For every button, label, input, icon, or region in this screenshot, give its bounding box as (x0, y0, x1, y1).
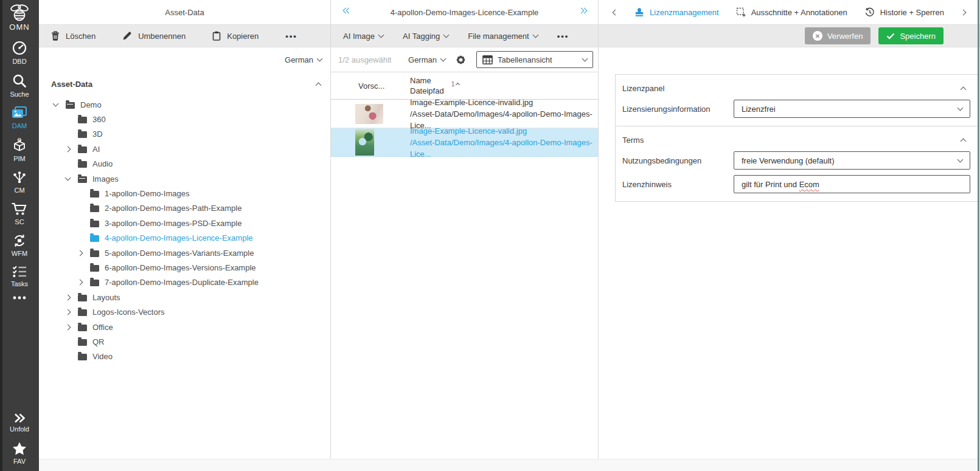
circle-x-icon: ✕ (813, 31, 822, 41)
sidebar-fav-button[interactable]: FAV (12, 441, 27, 465)
chevron-down-icon[interactable] (53, 101, 59, 107)
bee-icon (7, 4, 32, 22)
tabs-scroll-right-icon[interactable] (961, 9, 967, 15)
chevron-down-icon (317, 56, 323, 62)
tree-node-4-apollon-selected[interactable]: 4-apollon-Demo-Images-Licence-Example (39, 231, 330, 246)
list-controls-row: 1/2 ausgewählt German (331, 47, 598, 72)
folder-icon-selected (90, 235, 99, 242)
sidebar-item-sc[interactable]: SC (11, 202, 28, 225)
file-row-invalid[interactable]: Image-Example-Licence-invalid.jpg /Asset… (331, 100, 598, 128)
copy-button[interactable]: Kopieren (212, 31, 259, 41)
tree-more-button[interactable]: ••• (285, 32, 297, 41)
open-folder-icon (78, 176, 87, 183)
chevron-right-icon[interactable] (65, 324, 71, 330)
tree-node-3d[interactable]: 3D (39, 127, 330, 142)
sidebar-item-dbd[interactable]: DBD (12, 40, 27, 65)
misspelled-word: Ecom (799, 180, 819, 189)
ai-tagging-menu[interactable]: AI Tagging (403, 32, 448, 41)
tree-language-select[interactable]: German (285, 55, 322, 64)
gauge-icon (12, 40, 27, 56)
tree-node-360[interactable]: 360 (39, 112, 330, 126)
search-icon (12, 73, 27, 89)
tree-root-row[interactable]: Asset-Data (39, 75, 330, 92)
chevron-right-icon[interactable] (77, 250, 83, 256)
pencil-icon (122, 31, 132, 41)
omn-logo[interactable]: OMN (7, 4, 32, 32)
tree-node-images[interactable]: Images (39, 171, 330, 186)
tab-historie-sperren[interactable]: Historie + Sperren (864, 7, 944, 17)
right-edge-scrollbar[interactable] (978, 0, 979, 471)
rename-button[interactable]: Umbenennen (122, 31, 186, 41)
file-row-valid-selected[interactable]: Image-Example-Licence-valid.jpg /Asset-D… (331, 128, 598, 157)
list-language-select[interactable]: German (408, 55, 445, 64)
package-icon: P (12, 137, 27, 153)
chevron-down-icon (443, 32, 450, 38)
sidebar-item-wfm[interactable]: WFM (12, 233, 27, 257)
collapse-right-icon[interactable] (579, 9, 585, 13)
tree-node-7-apollon[interactable]: 7-apollon-Demo-Images-Duplicate-Example (39, 275, 330, 290)
asset-tree-panel: Asset-Data Löschen Umbenennen (39, 0, 331, 471)
share-icon (12, 170, 27, 185)
folder-icon (90, 205, 99, 212)
sidebar-item-suche[interactable]: Suche (10, 73, 29, 98)
discard-button[interactable]: ✕ Verwerfen (805, 27, 871, 44)
sidebar-item-more[interactable] (12, 295, 27, 300)
sidebar-unfold-button[interactable]: Unfold (10, 413, 29, 433)
folder-icon (78, 339, 87, 346)
tree-node-ai[interactable]: AI (39, 142, 330, 156)
tree-node-audio[interactable]: Audio (39, 157, 330, 171)
collapse-section-icon[interactable] (961, 138, 967, 144)
tree-node-logos[interactable]: Logos-Icons-Vectors (39, 304, 330, 319)
chevron-right-icon[interactable] (65, 294, 71, 300)
folder-tree: Demo 360 3D AI Audio (39, 92, 330, 364)
sidebar-item-tasks[interactable]: Tasks (11, 265, 28, 287)
detail-tabbar: Lizenzmanagement Ausschnitte + Annotatio… (599, 0, 980, 24)
save-button[interactable]: Speichern (878, 27, 944, 44)
chevron-right-icon[interactable] (77, 280, 83, 286)
delete-button[interactable]: Löschen (51, 31, 96, 41)
tree-node-3-apollon[interactable]: 3-apollon-Demo-Images-PSD-Example (39, 216, 330, 230)
tree-node-qr[interactable]: QR (39, 334, 330, 349)
tree-node-1-apollon[interactable]: 1-apollon-Demo-Images (39, 186, 330, 201)
tree-node-demo[interactable]: Demo (39, 97, 330, 112)
sort-indicator[interactable]: 1 (451, 81, 460, 88)
nutzungsbedingungen-select[interactable]: freie Verwendung (default) (734, 151, 970, 170)
tree-node-5-apollon[interactable]: 5-apollon-Demo-Images-Variants-Example (39, 246, 330, 260)
chevron-down-icon[interactable] (65, 175, 71, 181)
list-panel-title: 4-apollon-Demo-Images-Licence-Example (391, 8, 539, 17)
tree-node-layouts[interactable]: Layouts (39, 290, 330, 304)
ai-image-menu[interactable]: AI Image (343, 32, 383, 41)
chevron-right-icon[interactable] (65, 146, 71, 152)
field-lizensierungsinformation: Lizensierungsinformation Lizenzfrei (622, 100, 970, 118)
list-more-button[interactable]: ••• (557, 32, 569, 41)
settings-gear-button[interactable] (455, 54, 467, 66)
chevron-up-icon[interactable] (316, 82, 322, 88)
column-header-preview[interactable]: Vorsc... (331, 81, 410, 91)
tree-node-6-apollon[interactable]: 6-apollon-Demo-Images-Versions-Example (39, 260, 330, 275)
sidebar-item-pim[interactable]: P PIM (12, 137, 27, 162)
chevron-right-icon[interactable] (65, 309, 71, 315)
lizenzhinweis-input[interactable]: gilt für Print und Ecom (734, 175, 970, 193)
sidebar-item-dam[interactable]: DAM (11, 106, 28, 129)
tab-lizenzmanagement[interactable]: Lizenzmanagement (634, 7, 718, 17)
trash-icon (51, 31, 60, 41)
file-management-menu[interactable]: File management (468, 32, 537, 41)
folder-icon (90, 191, 99, 198)
tree-node-office[interactable]: Office (39, 320, 330, 334)
lizensierungsinformation-select[interactable]: Lizenzfrei (734, 100, 970, 118)
tree-node-video[interactable]: Video (39, 349, 330, 364)
view-mode-select[interactable]: Tabellenansicht (476, 51, 593, 68)
collapse-left-icon[interactable] (344, 9, 350, 13)
tab-ausschnitte-annotationen[interactable]: Ausschnitte + Annotationen (736, 7, 847, 17)
tree-node-2-apollon[interactable]: 2-apollon-Demo-Images-Path-Example (39, 201, 330, 216)
star-icon (12, 441, 27, 456)
column-header-name-path[interactable]: Name Dateipfad 1 (410, 75, 459, 96)
folder-icon (78, 295, 87, 301)
file-list-panel: 4-apollon-Demo-Images-Licence-Example AI… (331, 0, 599, 471)
svg-text:P: P (18, 138, 21, 142)
collapse-section-icon[interactable] (961, 86, 967, 92)
bottom-strip (39, 459, 978, 471)
sidebar-item-cm[interactable]: CM (12, 170, 27, 194)
folder-icon (78, 146, 87, 153)
tabs-scroll-left-icon[interactable] (613, 9, 619, 15)
